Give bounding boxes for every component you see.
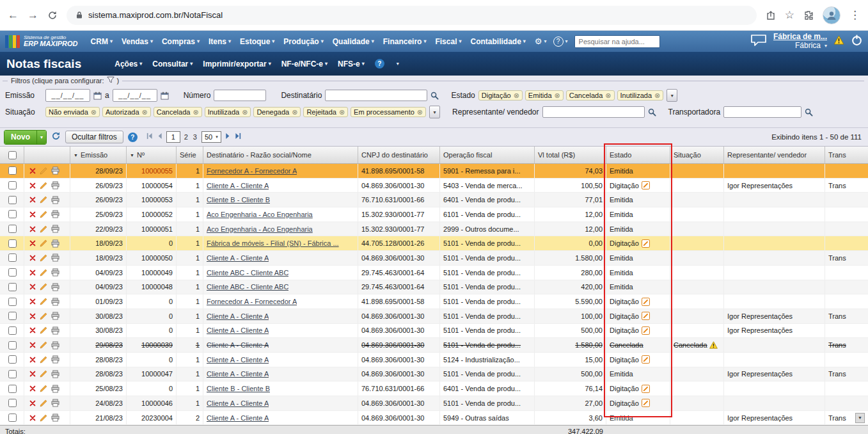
delete-icon[interactable] (29, 284, 36, 290)
sort-caret-icon[interactable]: ▼ (130, 153, 134, 157)
situacao-dropdown-button[interactable]: ▾ (429, 106, 440, 118)
header-operacao[interactable]: Operação fiscal (440, 147, 535, 163)
delete-icon[interactable] (29, 327, 36, 334)
row-checkbox[interactable] (8, 326, 17, 335)
print-icon[interactable] (51, 326, 59, 335)
table-row[interactable]: 28/08/23 10000047 1 Cliente A - Cliente … (0, 367, 868, 382)
nav-menu[interactable]: CRM▾ (87, 37, 116, 46)
table-row[interactable]: 24/08/23 10000046 1 Cliente A - Cliente … (0, 396, 868, 411)
pager-prev-icon[interactable] (156, 133, 163, 141)
nav-menu[interactable]: Produção▾ (280, 37, 327, 46)
nav-menu[interactable]: Estoque▾ (236, 37, 278, 46)
remove-tag-icon[interactable]: ⊗ (242, 109, 248, 116)
page-menu-item[interactable]: Ações▾ (114, 60, 142, 68)
delete-icon[interactable] (29, 385, 36, 392)
header-destinatario[interactable]: Destinatário - Razão social/Nome (203, 147, 358, 163)
logout-power-icon[interactable] (851, 34, 863, 49)
edit-icon[interactable] (40, 283, 47, 291)
row-checkbox[interactable] (8, 355, 17, 364)
numero-input[interactable] (214, 90, 266, 101)
remove-tag-icon[interactable]: ⊗ (292, 109, 297, 116)
header-emissao[interactable]: ▼Emissão (70, 147, 127, 163)
remove-tag-icon[interactable]: ⊗ (91, 109, 97, 116)
destinatario-link[interactable]: Cliente B - Cliente B (207, 385, 270, 392)
calendar-icon[interactable] (93, 92, 102, 100)
search-icon[interactable] (648, 108, 656, 117)
sort-caret-icon[interactable]: ▼ (74, 153, 78, 157)
header-serie[interactable]: Série (177, 147, 203, 163)
forward-icon[interactable]: → (28, 10, 38, 20)
row-checkbox[interactable] (8, 312, 17, 320)
row-checkbox[interactable] (8, 166, 17, 175)
pager-page-link[interactable]: 3 (192, 133, 198, 141)
chat-icon[interactable] (750, 34, 767, 49)
reload-grid-icon[interactable] (51, 131, 61, 143)
row-checkbox[interactable] (8, 239, 17, 248)
print-icon[interactable] (51, 268, 59, 277)
edit-icon[interactable] (40, 385, 47, 392)
destinatario-link[interactable]: Fornecedor A - Fornecedor A (207, 167, 297, 175)
print-icon[interactable] (51, 181, 59, 189)
nav-menu[interactable]: Compras▾ (158, 37, 203, 46)
table-row[interactable]: 04/09/23 10000049 1 Cliente ABC - Client… (0, 266, 868, 280)
delete-icon[interactable] (29, 269, 36, 276)
address-bar[interactable]: sistema.maxiprod.com.br/NotaFiscal (67, 6, 757, 25)
header-transportadora[interactable]: Trans (825, 147, 868, 163)
extensions-icon[interactable] (803, 10, 814, 20)
print-icon[interactable] (51, 253, 59, 262)
filters-legend[interactable]: Filtros (clique para configurar: ) (8, 76, 122, 84)
table-row[interactable]: 25/08/23 0 1 Cliente B - Cliente B 76.71… (0, 382, 868, 396)
destinatario-link[interactable]: Cliente A - Cliente A (207, 182, 269, 189)
row-checkbox[interactable] (8, 399, 17, 407)
row-checkbox[interactable] (8, 210, 17, 218)
table-row[interactable]: 30/08/23 0 1 Cliente A - Cliente A 04.86… (0, 324, 868, 339)
back-icon[interactable]: ← (8, 10, 19, 20)
edit-icon[interactable] (40, 399, 47, 407)
table-row[interactable]: 18/09/23 10000050 1 Cliente A - Cliente … (0, 251, 868, 266)
edit-icon[interactable] (40, 341, 47, 349)
column-menu-icon[interactable]: ▼ (855, 413, 865, 423)
row-checkbox[interactable] (8, 341, 17, 350)
table-row[interactable]: 28/08/23 0 1 Cliente A - Cliente A 04.86… (0, 353, 868, 367)
nav-menu[interactable]: Vendas▾ (118, 37, 157, 46)
delete-icon[interactable] (29, 357, 36, 363)
edit-icon[interactable] (40, 312, 47, 320)
table-row[interactable]: 26/09/23 10000054 1 Cliente A - Cliente … (0, 179, 868, 193)
remove-tag-icon[interactable]: ⊗ (514, 92, 519, 99)
edit-icon[interactable] (40, 167, 47, 175)
row-checkbox[interactable] (8, 370, 17, 378)
pager-first-icon[interactable] (146, 133, 153, 141)
table-row[interactable]: 22/09/23 10000051 1 Aco Engenharia - Aco… (0, 222, 868, 237)
select-all-checkbox[interactable] (8, 151, 17, 159)
print-icon[interactable] (51, 370, 59, 378)
destinatario-link[interactable]: Cliente A - Cliente A (207, 254, 269, 262)
destinatario-link[interactable]: Cliente A - Cliente A (207, 312, 269, 320)
share-icon[interactable] (766, 10, 776, 20)
ocultar-filtros-button[interactable]: Ocultar filtros (65, 131, 123, 143)
table-row[interactable]: 29/08/23 10000039 1 Cliente A - Cliente … (0, 338, 868, 353)
row-checkbox[interactable] (8, 385, 17, 393)
pager-last-icon[interactable] (235, 133, 242, 141)
print-icon[interactable] (51, 399, 59, 407)
delete-icon[interactable] (29, 182, 36, 189)
table-row[interactable]: 01/09/23 0 1 Fornecedor A - Fornecedor A… (0, 294, 868, 309)
header-estado[interactable]: Estado (606, 147, 670, 163)
edit-icon[interactable] (40, 225, 47, 233)
nav-menu[interactable]: Financeiro▾ (379, 37, 430, 46)
digitacao-edit-icon[interactable] (642, 385, 650, 393)
edit-icon[interactable] (40, 254, 47, 262)
page-size-select[interactable]: 50 ▾ (201, 131, 221, 143)
print-icon[interactable] (51, 298, 59, 306)
remove-tag-icon[interactable]: ⊗ (417, 109, 423, 116)
print-icon[interactable] (51, 283, 59, 291)
delete-icon[interactable] (29, 168, 36, 174)
row-checkbox[interactable] (8, 414, 17, 422)
destinatario-link[interactable]: Cliente A - Cliente A (207, 341, 269, 349)
page-menu-item[interactable]: Imprimir/exportar▾ (203, 60, 271, 68)
row-checkbox[interactable] (8, 298, 17, 306)
emissao-end-input[interactable] (113, 89, 157, 102)
destinatario-link[interactable]: Cliente A - Cliente A (207, 326, 269, 334)
header-numero[interactable]: ▼Nº (127, 147, 177, 163)
edit-icon[interactable] (40, 196, 47, 204)
chevron-down-icon[interactable]: ▾ (397, 61, 399, 67)
